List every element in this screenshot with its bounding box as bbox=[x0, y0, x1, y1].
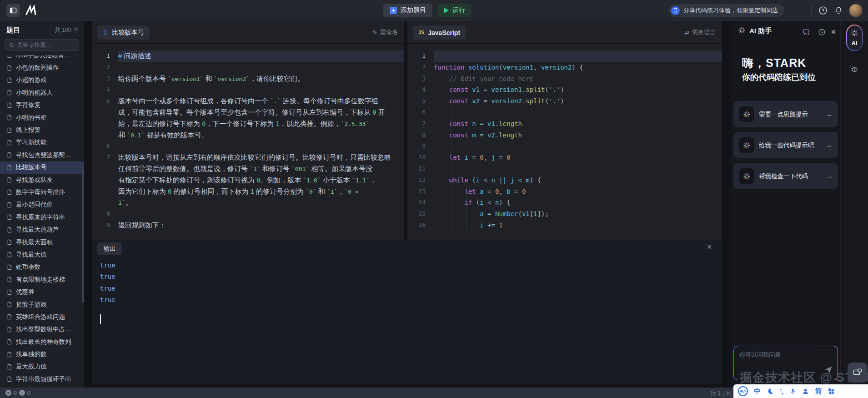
sidebar-item[interactable]: 小超的游戏 bbox=[0, 74, 84, 86]
sidebar-item[interactable]: 线上报警 bbox=[0, 124, 84, 136]
sidebar-item[interactable]: 最小趋同代价 bbox=[0, 199, 84, 211]
ai-suggestion-card[interactable]: line{stroke-width:2.1;stroke-linecap:rou… bbox=[733, 132, 838, 158]
ai-toggle-button[interactable]: line{stroke-width:2.1;stroke-linecap:rou… bbox=[846, 25, 863, 51]
indent-guide bbox=[451, 73, 452, 231]
mic-icon[interactable] bbox=[789, 388, 796, 395]
notifications-button[interactable] bbox=[833, 5, 844, 16]
file-icon bbox=[6, 65, 12, 71]
sidebar-item[interactable]: 寻找最大面积 bbox=[0, 236, 84, 248]
mini-window-button[interactable] bbox=[848, 363, 868, 383]
search-input[interactable]: 关键字搜索... bbox=[5, 39, 79, 51]
add-question-button[interactable]: + 添加题目 bbox=[383, 4, 432, 17]
sidebar-item[interactable]: 找出最长的神奇数列 bbox=[0, 336, 84, 348]
sidebar-item[interactable]: 小明的机器人 bbox=[0, 86, 84, 99]
editor-line: 4 bbox=[92, 84, 404, 96]
output-close-icon[interactable]: ✕ bbox=[707, 243, 712, 251]
sidebar-item[interactable]: 学习新技能 bbox=[0, 136, 84, 149]
line-number: 16 bbox=[407, 220, 426, 231]
user-avatar[interactable] bbox=[849, 4, 863, 17]
line-number bbox=[92, 197, 110, 208]
sidebar-item[interactable]: 寻找原来的字符串 bbox=[0, 211, 84, 223]
sidebar-item[interactable]: 字符串最短循环子串 bbox=[0, 373, 84, 385]
sidebar-item[interactable]: 英雄组合游戏问题 bbox=[0, 311, 84, 323]
user-icon[interactable] bbox=[802, 388, 809, 395]
sidebar-item[interactable]: 有点限制地走楼梯 bbox=[0, 273, 84, 286]
editor-line: 和 `0.1` 都是有效的版本号。 bbox=[92, 130, 404, 141]
ime-simplified[interactable]: 简 bbox=[815, 387, 822, 396]
errors-icon: ✕ bbox=[5, 390, 11, 396]
file-icon bbox=[6, 165, 12, 171]
file-icon bbox=[6, 77, 12, 83]
help-button[interactable]: ? bbox=[817, 5, 829, 16]
sidebar-item[interactable]: 找单独的数 bbox=[0, 348, 84, 360]
sidebar-item[interactable]: 数字字母问号排序 bbox=[0, 186, 84, 198]
rename-button[interactable]: ✎ 重命名 bbox=[372, 28, 398, 36]
editor-line: 成，可能包含前导零。每个版本号至少包含一个字符。修订号从左到右编号，下标从 0 … bbox=[92, 107, 404, 118]
add-question-label: 添加题目 bbox=[401, 6, 426, 15]
sidebar-item[interactable]: 寻找游戏队友 bbox=[0, 174, 84, 186]
ai-suggestion-card[interactable]: line{stroke-width:2.1;stroke-linecap:rou… bbox=[733, 163, 838, 189]
sidebar-item[interactable]: 摇骰子游戏 bbox=[0, 298, 84, 311]
line-number: 1 bbox=[407, 50, 426, 62]
sidebar-item[interactable]: 字符修复 bbox=[0, 99, 84, 111]
sidebar-item-selected[interactable]: 比较版本号 bbox=[0, 161, 84, 174]
grid-icon[interactable] bbox=[828, 388, 835, 395]
ai-close-button[interactable]: ✕ bbox=[828, 27, 838, 37]
code-editor[interactable]: 12function solution(version1, version2) … bbox=[407, 45, 722, 240]
sidebar-item[interactable]: 寻找最大值 bbox=[0, 248, 84, 261]
output-tab[interactable]: 输出 bbox=[97, 242, 122, 255]
switch-language-button[interactable]: ⇄ 切换语言 bbox=[684, 28, 716, 36]
line-number: 9 bbox=[92, 220, 110, 231]
problem-tab[interactable]: ⇩ 比较版本号 bbox=[97, 25, 150, 40]
moon-icon[interactable] bbox=[767, 388, 774, 395]
line-number bbox=[92, 186, 110, 197]
output-console[interactable]: truetruetruetrue bbox=[100, 260, 115, 306]
editor-line: 9 bbox=[407, 141, 722, 152]
line-number: 5 bbox=[407, 96, 426, 107]
window-icon bbox=[853, 368, 863, 378]
ifly-badge[interactable]: iFLY bbox=[738, 386, 748, 396]
editor-line: 3 // Edit your code here bbox=[407, 73, 722, 85]
suggestion-label: 帮我检查一下代码 bbox=[759, 172, 821, 180]
run-button[interactable]: 运行 bbox=[438, 4, 472, 17]
sidebar-item[interactable]: 小包的数列操作 bbox=[0, 61, 84, 74]
file-icon bbox=[6, 252, 12, 257]
debug-button[interactable] bbox=[850, 65, 859, 76]
sidebar-item-label: 数字字母问号排序 bbox=[16, 188, 65, 196]
line-number: 2 bbox=[407, 62, 426, 73]
sidebar-item[interactable]: 寻找包含斐波那契… bbox=[0, 149, 84, 161]
line-number: 7 bbox=[407, 118, 426, 130]
problem-editor[interactable]: 1# 问题描述23给你两个版本号 `version1` 和 `version2`… bbox=[92, 45, 404, 240]
language-tab-label: JavaScript bbox=[428, 29, 460, 36]
sidebar-item[interactable]: 找出整型数组中占… bbox=[0, 323, 84, 336]
topbar-divider bbox=[811, 6, 812, 15]
sidebar-item[interactable]: 小M手提大控教育… bbox=[0, 55, 84, 61]
editor-line: 2 bbox=[92, 62, 404, 73]
sidebar-item[interactable]: 优惠券 bbox=[0, 286, 84, 298]
sidebar-toggle-button[interactable] bbox=[6, 4, 20, 17]
sidebar-item[interactable]: 寻找最大的葫芦 bbox=[0, 223, 84, 236]
ai-greeting-sub: 你的代码陪练已到位 bbox=[742, 72, 816, 83]
arrow-right-icon: → bbox=[825, 172, 833, 180]
line-number: 10 bbox=[407, 152, 426, 163]
sidebar-scrollbar[interactable] bbox=[82, 166, 84, 303]
editor-line: 因为它们下标为 0 的修订号相同，而下标为 1 的修订号分别为 `0` 和 `1… bbox=[92, 186, 404, 197]
history-button[interactable] bbox=[817, 27, 827, 37]
sidebar-item[interactable]: 硬币凑数 bbox=[0, 261, 84, 273]
punctuation-icon[interactable]: ’, bbox=[780, 388, 783, 395]
sidebar-item[interactable]: 最大战力值 bbox=[0, 361, 84, 373]
promo-banner[interactable]: 分享代码练习体验，领限量定制周边 bbox=[668, 4, 784, 17]
file-icon bbox=[6, 289, 12, 295]
file-icon bbox=[6, 227, 12, 233]
chat-placeholder: 你可以问我问题 bbox=[739, 351, 781, 359]
sidebar-item-label: 线上报警 bbox=[16, 126, 40, 134]
ime-mode-chinese[interactable]: 中 bbox=[754, 387, 761, 396]
line-number: 5 bbox=[92, 96, 110, 107]
language-tab[interactable]: JS JavaScript bbox=[413, 25, 466, 40]
new-chat-button[interactable] bbox=[801, 27, 811, 37]
app-logo[interactable] bbox=[25, 4, 43, 17]
ai-suggestion-card[interactable]: line{stroke-width:2.1;stroke-linecap:rou… bbox=[733, 101, 838, 127]
arrow-right-icon: → bbox=[825, 110, 833, 118]
editor-line: 14 if (i < n) { bbox=[407, 197, 722, 208]
sidebar-item[interactable]: 小明的书柜 bbox=[0, 111, 84, 124]
